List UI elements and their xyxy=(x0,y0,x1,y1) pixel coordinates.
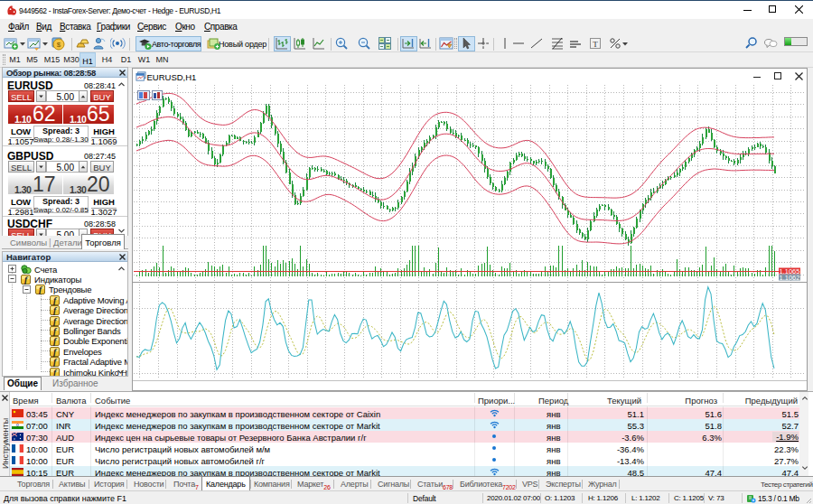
svg-text:1.1062: 1.1062 xyxy=(780,274,800,282)
svg-text:$: $ xyxy=(57,41,61,49)
svg-text:T: T xyxy=(593,40,598,49)
